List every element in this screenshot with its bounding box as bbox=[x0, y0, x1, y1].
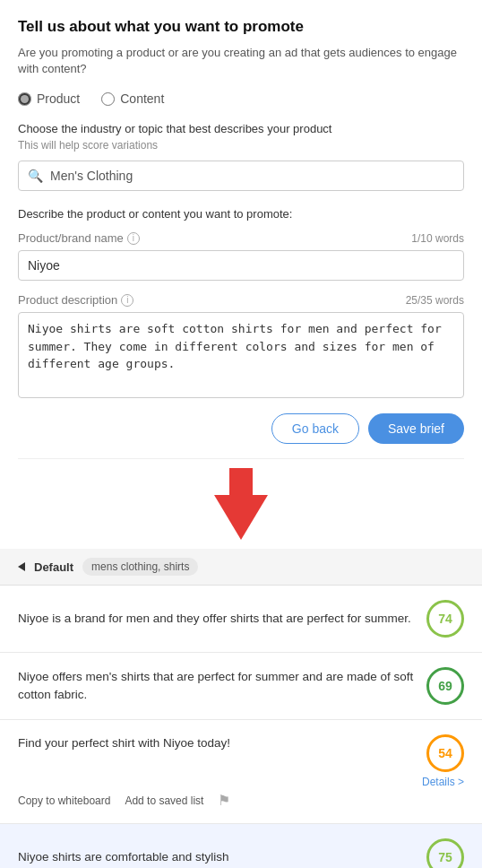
content-radio[interactable] bbox=[101, 92, 115, 106]
default-row: Default mens clothing, shirts bbox=[0, 549, 482, 586]
search-icon: 🔍 bbox=[28, 169, 43, 183]
copy-to-whiteboard-link[interactable]: Copy to whiteboard bbox=[18, 794, 110, 807]
brand-name-label: Product/brand name i bbox=[18, 231, 140, 245]
score-circle-4: 75 bbox=[426, 838, 464, 868]
details-link[interactable]: Details > bbox=[422, 776, 464, 788]
desc-word-count: 25/35 words bbox=[406, 294, 464, 307]
result-text-2: Niyoe offers men's shirts that are perfe… bbox=[18, 668, 416, 705]
add-to-saved-list-link[interactable]: Add to saved list bbox=[125, 794, 203, 807]
industry-search-box[interactable]: 🔍 bbox=[18, 161, 464, 191]
describe-label: Describe the product or content you want… bbox=[18, 207, 464, 221]
down-arrow-icon bbox=[214, 468, 268, 540]
default-tag: mens clothing, shirts bbox=[82, 558, 198, 576]
action-button-row: Go back Save brief bbox=[18, 413, 464, 459]
product-desc-textarea[interactable]: Niyoe shirts are soft cotton shirts for … bbox=[18, 312, 464, 398]
default-label: Default bbox=[34, 560, 73, 574]
industry-hint: This will help score variations bbox=[18, 139, 464, 152]
down-arrow-section bbox=[0, 459, 482, 549]
product-radio-label[interactable]: Product bbox=[18, 91, 80, 106]
card-3-row: Find your perfect shirt with Niyoe today… bbox=[18, 734, 464, 788]
content-radio-label[interactable]: Content bbox=[101, 91, 164, 106]
result-card-4: Niyoe shirts are comfortable and stylish… bbox=[0, 824, 482, 868]
score-circle-1: 74 bbox=[426, 600, 464, 638]
desc-info-icon[interactable]: i bbox=[121, 294, 133, 307]
triangle-icon bbox=[18, 562, 25, 571]
product-radio[interactable] bbox=[18, 92, 31, 106]
page-title: Tell us about what you want to promote bbox=[18, 18, 464, 36]
content-radio-text: Content bbox=[120, 91, 164, 106]
result-text-1: Niyoe is a brand for men and they offer … bbox=[18, 610, 416, 628]
card-3-right: 54 Details > bbox=[422, 734, 464, 788]
product-radio-text: Product bbox=[37, 91, 80, 106]
desc-field-row: Product description i 25/35 words bbox=[18, 293, 464, 307]
result-text-3: Find your perfect shirt with Niyoe today… bbox=[18, 734, 422, 752]
page-subtitle: Are you promoting a product or are you c… bbox=[18, 45, 464, 77]
brand-field-row: Product/brand name i 1/10 words bbox=[18, 231, 464, 245]
score-circle-3: 54 bbox=[426, 734, 464, 772]
save-brief-button[interactable]: Save brief bbox=[368, 413, 464, 444]
action-bar: Copy to whiteboard Add to saved list ⚑ bbox=[18, 792, 464, 809]
result-text-4: Niyoe shirts are comfortable and stylish bbox=[18, 848, 416, 866]
card-3-content: Find your perfect shirt with Niyoe today… bbox=[18, 734, 464, 809]
industry-search-input[interactable] bbox=[50, 169, 454, 183]
result-card-2: Niyoe offers men's shirts that are perfe… bbox=[0, 653, 482, 720]
brand-name-input[interactable] bbox=[18, 250, 464, 281]
score-circle-2: 69 bbox=[426, 667, 464, 705]
industry-label: Choose the industry or topic that best d… bbox=[18, 122, 464, 135]
result-card-1: Niyoe is a brand for men and they offer … bbox=[0, 586, 482, 653]
go-back-button[interactable]: Go back bbox=[271, 413, 359, 444]
brand-info-icon[interactable]: i bbox=[127, 232, 140, 245]
brand-word-count: 1/10 words bbox=[411, 232, 464, 245]
product-desc-label: Product description i bbox=[18, 293, 133, 307]
flag-icon[interactable]: ⚑ bbox=[218, 792, 230, 809]
result-card-3: Find your perfect shirt with Niyoe today… bbox=[0, 720, 482, 824]
promotion-type-group: Product Content bbox=[18, 91, 464, 106]
